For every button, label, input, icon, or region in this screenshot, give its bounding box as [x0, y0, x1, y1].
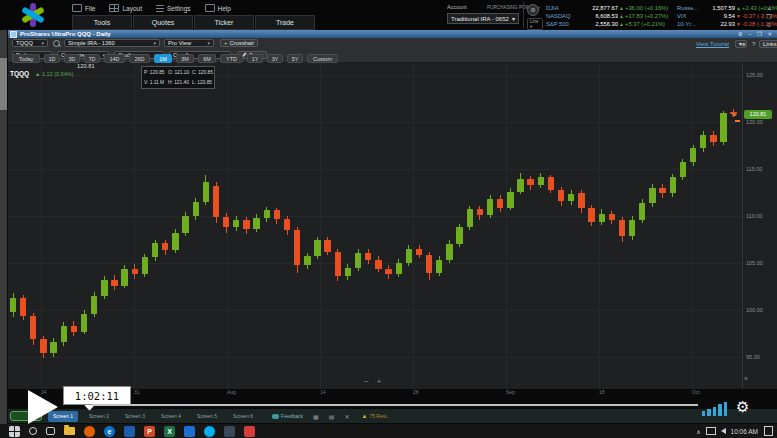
search-icon[interactable]	[53, 40, 60, 47]
chart-window-titlebar[interactable]: ProShares UltraPro QQQ - Daily ⚙ − ❐ ✕	[8, 30, 777, 38]
menu-layout[interactable]: Layout	[109, 4, 142, 12]
candle-body	[416, 249, 422, 255]
tray-chevron-icon[interactable]: ∧	[696, 428, 700, 435]
candle-body	[50, 342, 56, 353]
menu-label: Help	[218, 5, 231, 12]
app-window-controls[interactable]: ✕❐≡	[762, 5, 776, 29]
symbol-input[interactable]: TQQQ▾	[12, 39, 48, 47]
taskbar-task-view-icon[interactable]	[46, 427, 55, 435]
range-14d[interactable]: 14D	[104, 54, 125, 63]
range-1d[interactable]: 1D	[44, 54, 60, 63]
range-custom[interactable]: Custom	[307, 54, 338, 63]
chart-zoom-controls[interactable]: −+	[364, 377, 389, 386]
taskbar-app-excel-icon[interactable]: X	[164, 426, 175, 437]
range-1m[interactable]: 1M	[154, 54, 172, 63]
range-3m[interactable]: 3M	[176, 54, 194, 63]
candle-body	[152, 243, 158, 257]
ticker-line-toggle[interactable]: Line ▾	[527, 18, 543, 30]
help-button[interactable]: ?	[752, 41, 755, 47]
candle-body	[588, 208, 594, 221]
taskbar-app-blue-icon[interactable]	[124, 426, 135, 437]
taskbar-app-dark-icon[interactable]	[224, 426, 235, 437]
menu-settings[interactable]: Settings	[156, 5, 191, 12]
range-6m[interactable]: 6M	[198, 54, 216, 63]
windows-taskbar: ePX ∧ 10:06 AM	[0, 424, 777, 438]
taskbar-app-photos-icon[interactable]	[184, 426, 195, 437]
range-today[interactable]: Today	[12, 54, 40, 63]
list-view-icon[interactable]: ▤	[329, 413, 335, 420]
play-button[interactable]	[28, 390, 58, 424]
seek-bar[interactable]	[92, 404, 698, 406]
window-icon[interactable]: ≡	[762, 21, 776, 29]
range-3d[interactable]: 3D	[64, 54, 80, 63]
candle-body	[578, 193, 584, 209]
view-select[interactable]: Pro View▾	[164, 39, 214, 47]
taskbar-file-explorer-icon[interactable]	[64, 427, 75, 435]
account-select[interactable]: Traditional IRA - 0652 ▾	[447, 13, 519, 24]
tray-speaker-icon[interactable]	[721, 428, 726, 434]
view-tutorial-link[interactable]: View Tutorial	[696, 41, 729, 47]
gear-icon[interactable]: ⚙	[736, 398, 749, 416]
screen-tab[interactable]: Screen 6	[228, 411, 258, 422]
help-icon	[205, 4, 215, 12]
screen-tabs: Screen 1Screen 2Screen 3Screen 4Screen 5…	[42, 411, 258, 422]
candle-body	[477, 209, 483, 215]
close-icon[interactable]: ✕	[762, 5, 776, 13]
y-tick-label: 125.00	[746, 72, 763, 78]
close-panel-icon[interactable]: ✕	[344, 413, 349, 420]
candlestick-chart[interactable]	[8, 63, 742, 389]
screen-tab[interactable]: Screen 4	[156, 411, 186, 422]
menu-file[interactable]: File	[72, 4, 95, 12]
taskbar-browser-firefox-icon[interactable]	[84, 426, 95, 437]
taskbar-app-powerpoint-icon[interactable]: P	[144, 426, 155, 437]
window-icon[interactable]: ❐	[762, 13, 776, 21]
tray-clock[interactable]: 10:06 AM	[731, 428, 758, 435]
range-26d[interactable]: 26D	[129, 54, 150, 63]
taskbar-start-icon[interactable]	[9, 426, 20, 437]
left-scrollbar[interactable]	[0, 58, 7, 110]
axis-expand-icon[interactable]: »	[744, 375, 748, 382]
ticker-cell: 2,556.30	[578, 21, 618, 27]
feedback-label[interactable]: Feedback	[281, 413, 303, 419]
menu-label: File	[85, 5, 95, 12]
tray-display-icon[interactable]	[706, 427, 716, 435]
range-7d[interactable]: 7D	[84, 54, 100, 63]
tab-trade[interactable]: Trade	[255, 15, 315, 30]
volume-bars-icon[interactable]	[702, 400, 730, 416]
range-1y[interactable]: 1Y	[247, 54, 263, 63]
links-button[interactable]: Links	[759, 40, 777, 48]
market-ticker-panel: ⚙ Line ▾ DJIA22,877.67▲+36.00 (+0.16%)Ru…	[523, 2, 762, 28]
grid-view-icon[interactable]: ▦	[313, 413, 319, 420]
candle-body	[639, 203, 645, 220]
chart-window-buttons[interactable]: ⚙ − ❐ ✕	[738, 31, 774, 37]
chevron-down-icon: ▾	[512, 15, 515, 22]
account-panel: Account PURCHASING POWER » Traditional I…	[447, 3, 521, 27]
layout-mini-select[interactable]: ▾≡	[735, 40, 747, 48]
tab-tools[interactable]: Tools	[72, 15, 132, 30]
ticker-settings-icon[interactable]: ⚙	[527, 4, 539, 16]
candle-body	[71, 326, 77, 332]
taskbar-browser-edge-icon[interactable]: e	[104, 426, 115, 437]
tab-ticker[interactable]: Ticker	[194, 15, 254, 30]
candle-body	[20, 298, 26, 316]
menu-help[interactable]: Help	[205, 4, 231, 12]
screen-tab[interactable]: Screen 5	[192, 411, 222, 422]
taskbar-app-skype-icon[interactable]	[204, 426, 215, 437]
feedback-icon[interactable]	[272, 414, 279, 419]
crosshair-button[interactable]: + Crosshair	[220, 39, 258, 47]
taskbar-app-red-icon[interactable]	[244, 426, 255, 437]
taskbar-cortana-icon[interactable]	[29, 427, 37, 435]
volume-bar	[702, 411, 705, 416]
screen-tab[interactable]: Screen 2	[84, 411, 114, 422]
candle-body	[527, 179, 533, 185]
range-5y[interactable]: 5Y	[287, 54, 303, 63]
range-ytd[interactable]: YTD	[220, 54, 243, 63]
trade-account-select[interactable]: Simple IRA - 1360▾	[64, 39, 160, 47]
screen-tab[interactable]: Screen 3	[120, 411, 150, 422]
chart-window-title: ProShares UltraPro QQQ - Daily	[20, 31, 738, 37]
menu-label: Layout	[122, 5, 142, 12]
tab-quotes[interactable]: Quotes	[133, 15, 193, 30]
range-3y[interactable]: 3Y	[267, 54, 283, 63]
ticker-cell: NASDAQ	[546, 13, 578, 19]
tray-notification-icon[interactable]	[764, 426, 773, 436]
